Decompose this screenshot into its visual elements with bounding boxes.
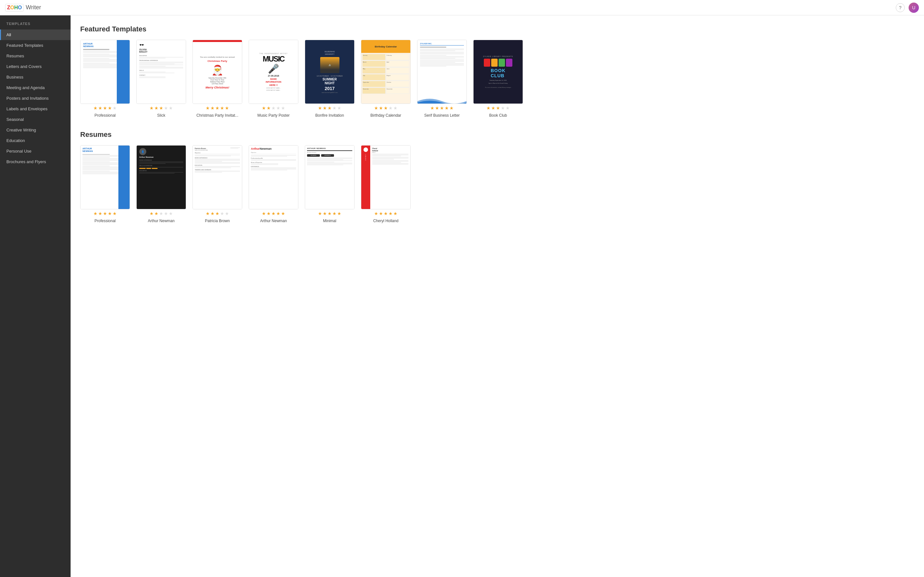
stars-serif: ★ ★ ★ ★ ★: [417, 105, 467, 111]
stars-bookclub: ★ ★ ★ ★ ★: [473, 105, 523, 111]
template-slick[interactable]: 🕶️ OLIVIABAILEY EDUCATION PROFESSIONAL E…: [136, 40, 186, 118]
sidebar-item-education[interactable]: Education: [0, 135, 71, 146]
sidebar-item-featured[interactable]: Featured Templates: [0, 40, 71, 51]
logo: Z O H O Writer: [5, 4, 41, 11]
sidebar-item-letters[interactable]: Letters and Covers: [0, 61, 71, 72]
resume-arthur-bold[interactable]: ArthurNewman Objective Professional prof…: [249, 145, 298, 223]
resume-cheryl[interactable]: CONTACT CherylHolland SKILLS: [361, 145, 411, 223]
resumes-section: Resumes ARTHURNEWMAN: [80, 131, 914, 223]
template-serif[interactable]: ZYLKER INC.: [417, 40, 467, 118]
header: Z O H O Writer ? U: [0, 0, 924, 15]
label-birthday: Birthday Calendar: [361, 113, 411, 118]
label-music: Music Party Poster: [249, 113, 298, 118]
label-serif: Serif Business Letter: [417, 113, 467, 118]
resume-patricia[interactable]: Patricia Brown SKILLS & EXPERTISE Object…: [192, 145, 242, 223]
label-slick: Slick: [136, 113, 186, 118]
sidebar-item-seasonal[interactable]: Seasonal: [0, 114, 71, 125]
sidebar-item-brochures[interactable]: Brochures and Flyers: [0, 156, 71, 167]
resumes-grid: ARTHURNEWMAN: [80, 145, 914, 223]
stars-resume2: ★ ★ ★ ★ ★: [136, 211, 186, 216]
avatar[interactable]: U: [909, 3, 919, 13]
template-professional[interactable]: ARTHURNEWMAN: [80, 40, 130, 118]
stars-resume5: ★ ★ ★ ★ ★: [305, 211, 355, 216]
label-christmas: Christmas Party Invitat...: [192, 113, 242, 118]
label-resume6: Cheryl Holland: [361, 219, 411, 223]
sidebar-item-resumes[interactable]: Resumes: [0, 51, 71, 61]
sidebar-item-personal[interactable]: Personal Use: [0, 146, 71, 156]
sidebar-item-labels[interactable]: Labels and Envelopes: [0, 103, 71, 114]
template-christmas[interactable]: You are cordially invited to our annual …: [192, 40, 242, 118]
template-music[interactable]: THE INDEPENDENT ARTIST MUSIC 🎤 27.09.201…: [249, 40, 298, 118]
featured-title: Featured Templates: [80, 25, 914, 33]
app-name: Writer: [26, 4, 41, 11]
resumes-title: Resumes: [80, 131, 914, 139]
sidebar-item-all[interactable]: All: [0, 29, 71, 40]
stars-birthday: ★ ★ ★ ★ ★: [361, 105, 411, 111]
sidebar-item-business[interactable]: Business: [0, 72, 71, 82]
help-icon[interactable]: ?: [896, 3, 905, 12]
stars-resume1: ★ ★ ★ ★ ★: [80, 211, 130, 216]
sidebar-item-posters[interactable]: Posters and Invitations: [0, 93, 71, 103]
label-resume2: Arthur Newman: [136, 219, 186, 223]
main-layout: TEMPLATES All Featured Templates Resumes…: [0, 15, 924, 577]
stars-christmas: ★ ★ ★ ★ ★: [192, 105, 242, 111]
sidebar: TEMPLATES All Featured Templates Resumes…: [0, 15, 71, 577]
stars-bonfire: ★ ★ ★ ★ ★: [305, 105, 355, 111]
featured-section: Featured Templates ARTHURNEWMAN: [80, 25, 914, 118]
logo-z: Z: [7, 5, 10, 11]
template-bonfire[interactable]: DELBERNHIS UNIVERSITY 🏔️ 14 OCTOBER - 14…: [305, 40, 355, 118]
logo-h: H: [14, 5, 18, 11]
label-resume4: Arthur Newman: [249, 219, 298, 223]
label-bookclub: Book Club: [473, 113, 523, 118]
sidebar-item-creative[interactable]: Creative Writing: [0, 125, 71, 135]
logo-o1: O: [10, 5, 14, 11]
sidebar-title: TEMPLATES: [0, 22, 71, 29]
stars-professional: ★ ★ ★ ★ ★: [80, 105, 130, 111]
stars-music: ★ ★ ★ ★ ★: [249, 105, 298, 111]
resume-minimal[interactable]: ARTHUR NEWMAN Associate information EDUC…: [305, 145, 355, 223]
stars-resume4: ★ ★ ★ ★ ★: [249, 211, 298, 216]
label-resume5: Minimal: [305, 219, 355, 223]
stars-slick: ★ ★ ★ ★ ★: [136, 105, 186, 111]
featured-grid: ARTHURNEWMAN: [80, 40, 914, 118]
content: Featured Templates ARTHURNEWMAN: [71, 15, 924, 577]
stars-resume6: ★ ★ ★ ★ ★: [361, 211, 411, 216]
template-birthday[interactable]: Birthday Calendar January March May July…: [361, 40, 411, 118]
stars-resume3: ★ ★ ★ ★ ★: [192, 211, 242, 216]
label-resume3: Patricia Brown: [192, 219, 242, 223]
header-actions: ? U: [896, 3, 919, 13]
resume-professional[interactable]: ARTHURNEWMAN: [80, 145, 130, 223]
label-bonfire: Bonfire Invitation: [305, 113, 355, 118]
logo-o2: O: [18, 5, 22, 11]
label-professional: Professional: [80, 113, 130, 118]
label-resume1: Professional: [80, 219, 130, 223]
resume-arthur[interactable]: 👤 Arthur Newman WORK EXPERIENCE SKILLS &…: [136, 145, 186, 223]
template-bookclub[interactable]: ZYLKER LIBRARY PRESENTS BOOKCLUB Saturda…: [473, 40, 523, 118]
sidebar-item-meeting[interactable]: Meeting and Agenda: [0, 82, 71, 93]
